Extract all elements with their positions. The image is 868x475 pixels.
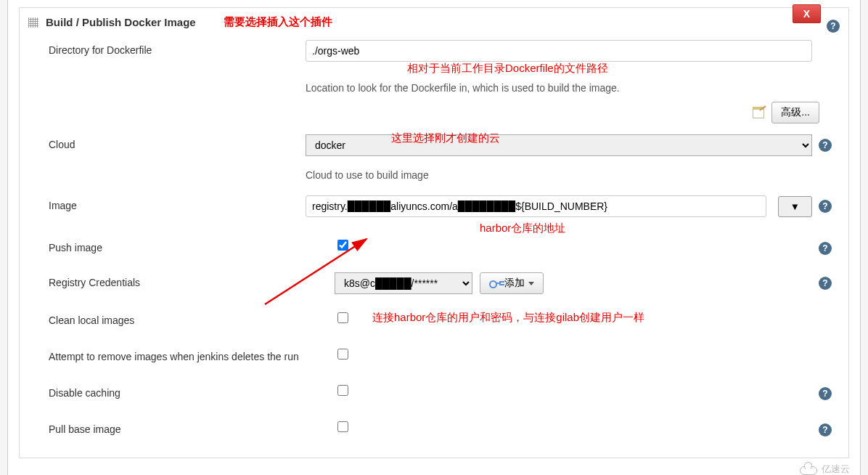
help-icon[interactable]: ?	[819, 423, 832, 437]
attempt-remove-checkbox[interactable]	[337, 349, 348, 360]
attempt-remove-label: Attempt to remove images when jenkins de…	[30, 346, 335, 367]
key-icon	[489, 280, 501, 287]
clean-images-checkbox[interactable]	[337, 312, 348, 323]
disable-caching-checkbox[interactable]	[337, 385, 348, 396]
drag-handle-icon[interactable]	[28, 17, 38, 28]
cloud-label: Cloud	[30, 134, 306, 155]
annotation-path: 相对于当前工作目录Dockerfile的文件路径	[407, 62, 608, 76]
section-title: Build / Publish Docker Image	[46, 16, 196, 28]
dockerfile-dir-label: Directory for Dockerfile	[30, 40, 306, 60]
help-icon[interactable]: ?	[819, 200, 832, 213]
help-icon[interactable]: ?	[819, 277, 832, 290]
advanced-button[interactable]: 高级...	[771, 102, 819, 123]
watermark: 亿速云	[800, 463, 850, 475]
variable-dropdown-button[interactable]: ▼	[778, 196, 812, 217]
cloud-icon	[800, 463, 819, 475]
disable-caching-label: Disable caching	[30, 383, 335, 403]
registry-cred-label: Registry Credentials	[30, 272, 335, 293]
help-icon[interactable]: ?	[819, 387, 832, 400]
add-btn-label: 添加	[504, 277, 525, 290]
cloud-select[interactable]: docker	[306, 134, 812, 156]
dockerfile-dir-input[interactable]	[306, 40, 812, 62]
annotation-cloud: 这里选择刚才创建的云	[391, 131, 500, 145]
annotation-harbor: harbor仓库的地址	[480, 222, 565, 235]
annotation-cred: 连接harbor仓库的用户和密码，与连接gilab创建用户一样	[372, 311, 644, 325]
pull-base-checkbox[interactable]	[337, 421, 348, 432]
dockerfile-desc: Location to look for the Dockerfile in, …	[306, 82, 812, 94]
chevron-down-icon	[528, 282, 534, 285]
help-icon[interactable]: ?	[819, 139, 832, 152]
annotation-plugin: 需要选择插入这个插件	[224, 15, 332, 29]
add-credential-button[interactable]: 添加	[480, 272, 544, 294]
push-image-checkbox[interactable]	[337, 240, 348, 251]
clean-images-label: Clean local images	[30, 310, 335, 330]
notepad-icon	[751, 105, 766, 120]
help-icon[interactable]: ?	[827, 20, 840, 33]
cloud-desc: Cloud to use to build image	[306, 169, 812, 181]
close-button[interactable]: X	[793, 4, 821, 23]
image-input[interactable]	[306, 195, 766, 217]
pull-base-label: Pull base image	[30, 419, 335, 439]
help-icon[interactable]: ?	[819, 242, 832, 255]
registry-cred-select[interactable]: k8s@c█████/******	[335, 272, 472, 294]
push-image-label: Push image	[30, 238, 335, 258]
image-label: Image	[30, 195, 306, 216]
